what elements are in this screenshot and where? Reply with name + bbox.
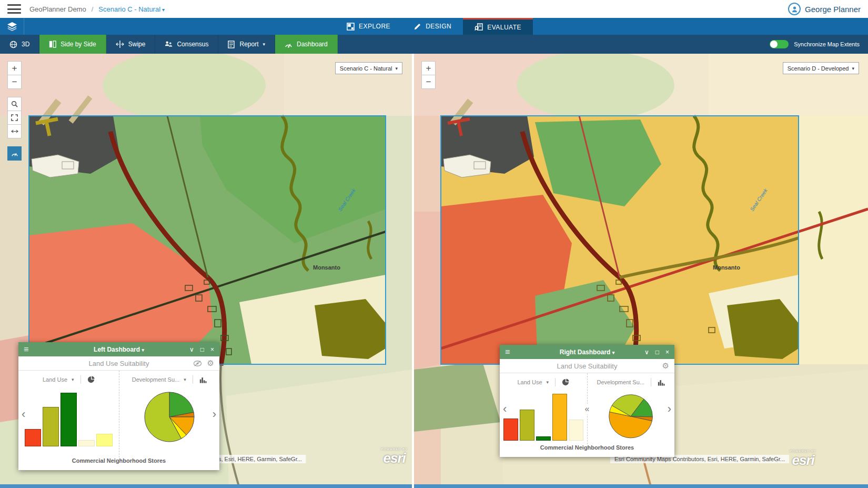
- bar-chart: [25, 390, 113, 446]
- pie-chart: [143, 386, 196, 445]
- analysis-dashboard-tool[interactable]: [7, 146, 22, 161]
- left-scenario-selector[interactable]: Scenario C - Natural ▾: [335, 62, 402, 74]
- consensus-button[interactable]: Consensus: [155, 35, 218, 54]
- synchronize-label: Synchronize Map Extents: [794, 41, 860, 47]
- collapse-icon[interactable]: ∨: [189, 346, 194, 353]
- bar-chart-icon[interactable]: [658, 379, 665, 386]
- bar-segment[interactable]: [43, 407, 59, 446]
- bar-segment[interactable]: [536, 436, 551, 441]
- right-map-label-monsanto: Monsanto: [713, 264, 740, 271]
- visibility-off-icon[interactable]: [193, 360, 202, 367]
- hamburger-menu-icon[interactable]: [7, 4, 21, 14]
- chevron-down-icon: ▾: [142, 347, 144, 353]
- explore-icon: [347, 23, 355, 31]
- chart-selector-label[interactable]: Land Use: [43, 376, 67, 383]
- side-by-side-button[interactable]: Side by Side: [39, 35, 106, 54]
- bar-segment[interactable]: [78, 440, 95, 446]
- dashboard-button[interactable]: Dashboard: [275, 35, 338, 54]
- close-icon[interactable]: ×: [665, 348, 669, 356]
- synchronize-toggle[interactable]: [770, 40, 789, 48]
- search-button[interactable]: [7, 97, 22, 111]
- left-dashboard-panel: ≡ Left Dashboard ▾ ∨ □ × Land Use Suitab…: [18, 342, 219, 470]
- panel-title: Land Use Suitability: [500, 362, 674, 370]
- bar-segment[interactable]: [25, 429, 41, 446]
- app-title: GeoPlanner Demo: [29, 5, 86, 13]
- 3d-button[interactable]: 3D: [0, 35, 39, 54]
- scenario-breadcrumb[interactable]: Scenario C - Natural▾: [98, 5, 165, 13]
- chart-selector-label[interactable]: Development Su...: [597, 379, 645, 385]
- chevron-down-icon[interactable]: ▾: [547, 380, 549, 385]
- development-suitability-chart: Development Su... ▾: [119, 371, 220, 457]
- collapse-icon[interactable]: ∨: [644, 348, 649, 356]
- pie-svg[interactable]: [608, 393, 654, 440]
- chevron-down-icon: ▾: [612, 350, 615, 355]
- chevron-down-icon[interactable]: ▾: [72, 377, 74, 382]
- extent-arrows-icon: [11, 128, 18, 134]
- evaluate-icon: [475, 23, 483, 31]
- tab-explore[interactable]: EXPLORE: [335, 18, 402, 35]
- left-dashboard-header[interactable]: ≡ Left Dashboard ▾ ∨ □ ×: [18, 342, 219, 356]
- land-use-chart: Land Use ▾: [18, 371, 119, 457]
- pie-chart: [608, 389, 654, 442]
- gear-icon[interactable]: ⚙: [662, 361, 669, 371]
- left-map-tools: + −: [7, 61, 22, 160]
- expand-icon: [11, 114, 18, 121]
- esri-logo: POWERED BYesri: [790, 450, 816, 467]
- full-extent-button[interactable]: [7, 111, 22, 125]
- top-bar: GeoPlanner Demo / Scenario C - Natural▾ …: [0, 0, 868, 18]
- carousel-next-icon[interactable]: ›: [213, 409, 216, 420]
- close-icon[interactable]: ×: [210, 346, 214, 353]
- bar-segment[interactable]: [60, 393, 77, 446]
- panel-title: Land Use Suitability: [18, 360, 219, 367]
- report-button[interactable]: Report ▾: [218, 35, 275, 54]
- chevron-down-icon: ▾: [263, 42, 266, 47]
- right-scenario-selector[interactable]: Scenario D - Developed ▾: [783, 62, 859, 74]
- user-avatar[interactable]: [788, 3, 801, 15]
- right-dashboard-panel: ≡ Right Dashboard ▾ ∨ □ × Land Use Suita…: [500, 345, 674, 457]
- bar-segment[interactable]: [569, 420, 583, 441]
- left-dashboard-charts: ‹ Land Use ▾ Development Su... ▾: [18, 371, 219, 457]
- maximize-icon[interactable]: □: [655, 348, 659, 356]
- left-map-label-monsanto: Monsanto: [313, 264, 340, 271]
- person-icon: [791, 6, 798, 13]
- left-dashboard-subheader: Land Use Suitability ⚙: [18, 356, 219, 371]
- zoom-out-button[interactable]: −: [7, 75, 22, 89]
- breadcrumb-separator: /: [92, 5, 94, 13]
- pencil-icon: [413, 23, 421, 31]
- right-map-tools: + −: [421, 61, 436, 88]
- maximize-icon[interactable]: □: [200, 346, 204, 353]
- tab-evaluate[interactable]: EVALUATE: [463, 18, 533, 35]
- bar-segment[interactable]: [96, 434, 113, 446]
- search-icon: [11, 101, 18, 107]
- chevron-down-icon: ▾: [162, 7, 165, 13]
- user-name[interactable]: George Planner: [805, 5, 861, 14]
- chart-selector-label[interactable]: Land Use: [517, 379, 542, 385]
- swipe-button[interactable]: Swipe: [106, 35, 156, 54]
- pie-chart-icon[interactable]: [562, 379, 569, 386]
- side-by-side-icon: [49, 41, 56, 48]
- zoom-in-button[interactable]: +: [7, 61, 22, 75]
- consensus-people-icon: [165, 41, 173, 48]
- bar-segment[interactable]: [552, 394, 567, 441]
- gear-icon[interactable]: ⚙: [207, 358, 214, 368]
- bar-segment[interactable]: [520, 410, 534, 441]
- zoom-in-button[interactable]: +: [421, 61, 436, 75]
- tool-ribbon: 3D Side by Side Swipe Consensus Report: [0, 35, 868, 54]
- zoom-out-button[interactable]: −: [421, 75, 436, 89]
- chevron-down-icon[interactable]: ▾: [184, 377, 186, 382]
- tab-design[interactable]: DESIGN: [402, 18, 463, 35]
- pie-chart-icon[interactable]: [87, 376, 95, 383]
- right-dashboard-header[interactable]: ≡ Right Dashboard ▾ ∨ □ ×: [500, 345, 674, 359]
- previous-extent-button[interactable]: [7, 124, 22, 138]
- bar-segment[interactable]: [503, 419, 518, 441]
- land-use-chart: Land Use ▾: [500, 373, 588, 444]
- chevron-down-icon: ▾: [395, 66, 398, 71]
- bar-chart-icon[interactable]: [199, 376, 207, 383]
- chevron-down-icon: ▾: [852, 66, 854, 71]
- swipe-icon: [116, 41, 124, 48]
- esri-logo: POWERED BYesri: [381, 447, 408, 465]
- pie-svg[interactable]: [143, 391, 196, 443]
- mode-bar: EXPLORE DESIGN EVALUATE: [0, 18, 868, 35]
- chart-selector-label[interactable]: Development Su...: [132, 376, 180, 383]
- carousel-next-icon[interactable]: ›: [668, 403, 671, 415]
